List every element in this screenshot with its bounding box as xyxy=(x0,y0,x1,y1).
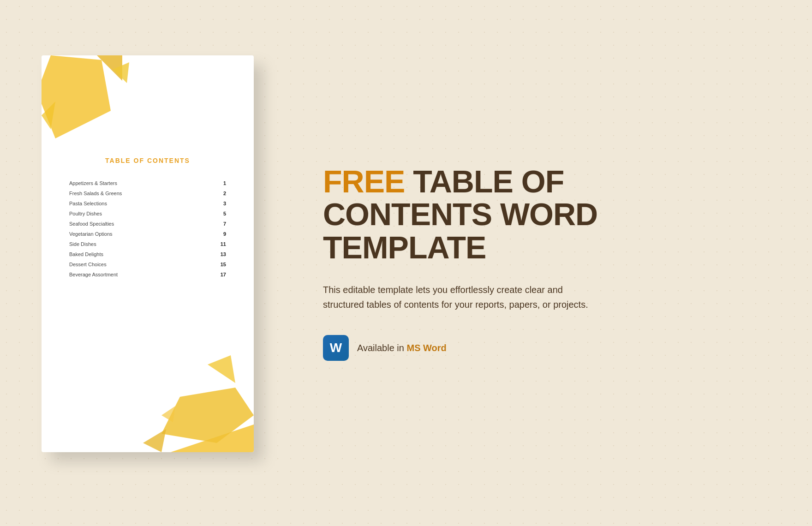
main-container: TABLE OF CONTENTS Appetizers & Starters1… xyxy=(0,0,812,526)
toc-entry-page: 5 xyxy=(187,209,226,219)
toc-row: Vegetarian Options9 xyxy=(69,229,226,239)
toc-entry-label: Seafood Specialties xyxy=(69,219,187,229)
toc-entry-label: Baked Delights xyxy=(69,249,187,259)
toc-entry-label: Pasta Selections xyxy=(69,198,187,209)
toc-row: Pasta Selections3 xyxy=(69,198,226,209)
ms-word-label: MS Word xyxy=(407,343,447,353)
toc-entry-page: 1 xyxy=(187,178,226,188)
toc-row: Poultry Dishes5 xyxy=(69,209,226,219)
document-content: TABLE OF CONTENTS Appetizers & Starters1… xyxy=(42,55,254,298)
available-text: Available in MS Word xyxy=(357,343,447,353)
toc-entry-page: 13 xyxy=(187,249,226,259)
toc-table: Appetizers & Starters1Fresh Salads & Gre… xyxy=(69,178,226,280)
toc-entry-label: Poultry Dishes xyxy=(69,209,187,219)
bottom-right-shapes xyxy=(134,351,254,452)
toc-row: Fresh Salads & Greens2 xyxy=(69,188,226,198)
toc-entry-page: 2 xyxy=(187,188,226,198)
toc-row: Side Dishes11 xyxy=(69,239,226,249)
document-preview: TABLE OF CONTENTS Appetizers & Starters1… xyxy=(42,55,254,452)
toc-entry-page: 11 xyxy=(187,239,226,249)
toc-entry-page: 15 xyxy=(187,259,226,269)
free-word: FREE xyxy=(323,164,405,199)
toc-entry-label: Side Dishes xyxy=(69,239,187,249)
document-wrapper: TABLE OF CONTENTS Appetizers & Starters1… xyxy=(42,55,254,471)
toc-entry-page: 17 xyxy=(187,269,226,280)
svg-marker-7 xyxy=(208,355,235,383)
toc-row: Baked Delights13 xyxy=(69,249,226,259)
svg-marker-8 xyxy=(161,406,175,422)
svg-marker-6 xyxy=(143,429,166,452)
text-section: FREE TABLE OFCONTENTS WORDTEMPLATE This … xyxy=(295,137,812,389)
headline: FREE TABLE OFCONTENTS WORDTEMPLATE xyxy=(323,165,775,264)
toc-entry-label: Vegetarian Options xyxy=(69,229,187,239)
toc-entry-label: Beverage Assortment xyxy=(69,269,187,280)
document-section: TABLE OF CONTENTS Appetizers & Starters1… xyxy=(0,0,295,526)
doc-title: TABLE OF CONTENTS xyxy=(69,157,226,164)
toc-entry-label: Fresh Salads & Greens xyxy=(69,188,187,198)
available-in-label: Available in xyxy=(357,343,404,353)
word-icon: W xyxy=(323,335,349,361)
description-text: This editable template lets you effortle… xyxy=(323,282,591,312)
toc-row: Dessert Choices15 xyxy=(69,259,226,269)
toc-entry-page: 9 xyxy=(187,229,226,239)
available-row: W Available in MS Word xyxy=(323,335,775,361)
toc-entry-page: 3 xyxy=(187,198,226,209)
toc-row: Appetizers & Starters1 xyxy=(69,178,226,188)
toc-row: Beverage Assortment17 xyxy=(69,269,226,280)
toc-entry-page: 7 xyxy=(187,219,226,229)
toc-entry-label: Dessert Choices xyxy=(69,259,187,269)
toc-entry-label: Appetizers & Starters xyxy=(69,178,187,188)
word-icon-letter: W xyxy=(330,341,342,355)
toc-row: Seafood Specialties7 xyxy=(69,219,226,229)
